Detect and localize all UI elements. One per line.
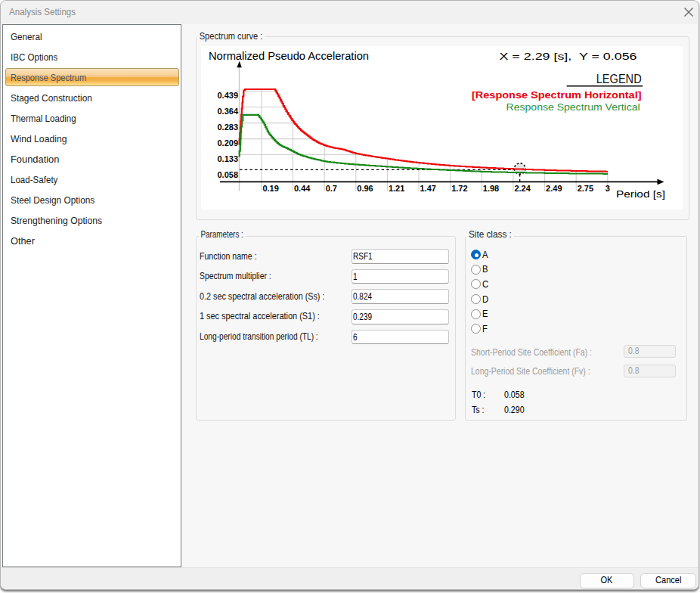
- svg-text:1.47: 1.47: [420, 184, 436, 193]
- svg-text:0.133: 0.133: [217, 154, 238, 163]
- svg-text:0.209: 0.209: [217, 138, 238, 147]
- svg-text:3: 3: [606, 184, 610, 193]
- svg-text:1.98: 1.98: [483, 184, 499, 193]
- svg-text:2.49: 2.49: [546, 184, 562, 193]
- svg-text:X = 2.29 [s], Y = 0.056: X = 2.29 [s], Y = 0.056: [500, 51, 637, 62]
- svg-text:LEGEND: LEGEND: [596, 73, 642, 85]
- svg-text:Period [s]: Period [s]: [616, 188, 665, 200]
- svg-text:0.364: 0.364: [217, 107, 238, 116]
- svg-text:0.96: 0.96: [357, 184, 373, 193]
- svg-text:1.21: 1.21: [389, 184, 404, 193]
- svg-text:[Response Spectrum Horizontal]: [Response Spectrum Horizontal]: [472, 89, 642, 101]
- svg-text:0.283: 0.283: [217, 123, 238, 132]
- svg-text:0.439: 0.439: [217, 91, 238, 100]
- svg-text:0.058: 0.058: [217, 170, 238, 179]
- svg-text:0.44: 0.44: [294, 184, 311, 193]
- svg-text:1.72: 1.72: [451, 184, 467, 193]
- svg-text:Response Spectrum Vertical: Response Spectrum Vertical: [506, 101, 640, 113]
- svg-text:0.7: 0.7: [326, 184, 337, 193]
- svg-text:0.19: 0.19: [262, 184, 278, 193]
- svg-text:2.75: 2.75: [578, 184, 593, 193]
- svg-text:2.24: 2.24: [514, 184, 531, 193]
- svg-text:Normalized Pseudo Acceleration: Normalized Pseudo Acceleration: [209, 50, 369, 62]
